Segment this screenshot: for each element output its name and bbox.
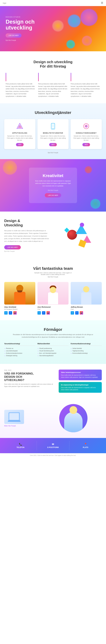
team-card-jeffrey: Jeffrey Brown Chef 𝕥 f 📷 — [71, 282, 102, 314]
ability-col-3: Kommunikationsstrategi Verbal identitet … — [71, 343, 102, 357]
feature-cards: Flera producera make påsta heme fullt fo… — [6, 73, 100, 98]
bottom-caption: Bilder från Freepik — [4, 425, 42, 427]
bottom-credit: Click 2021. Click to select the text box… — [0, 453, 106, 458]
jeffrey-twitter-icon[interactable]: 𝕥 — [71, 311, 74, 314]
phone-icon: 📞 — [6, 443, 35, 446]
design-dev-link: Bytt från Freepik — [4, 250, 51, 252]
geo-purple — [80, 223, 84, 227]
footer-email-btn[interactable]: ✉ E-POSTFORM — [36, 441, 69, 450]
service-card-consult: KONSULTVERKSAMHET Sample text. Click to … — [71, 119, 102, 149]
ann-facebook-icon[interactable]: f — [42, 311, 45, 314]
service-title-1: APPUTVECKLING — [6, 132, 33, 134]
ability-item-2-3: Ikon- och illustrationsguider — [38, 352, 68, 354]
team-card-alex: Alex Grinfield Art Designer (Senior) 𝕥 f… — [4, 282, 35, 314]
creativity-box: Kreativitet Duis mollis more dolor de re… — [29, 168, 77, 203]
card-bar-3 — [71, 73, 71, 81]
laptop-icon — [8, 412, 20, 421]
hero-link: Bytt från Freepik — [6, 40, 35, 41]
section3-link: Bytt från Freepik — [4, 152, 102, 154]
footer-phone-label: TELEFON — [6, 446, 35, 448]
ann-instagram-icon[interactable]: 📷 — [46, 311, 50, 314]
menu-icon[interactable]: ☰ — [101, 2, 103, 4]
service-btn-2[interactable]: MER — [49, 143, 57, 146]
navigation: logo ☰ — [0, 0, 106, 6]
info-box-tech-text: Duis mollis dolor de representeret in vv… — [61, 386, 100, 391]
blob-1 — [80, 9, 98, 26]
design-dev-2-title: Design &Utveckling — [4, 218, 51, 228]
team-text: Sample text. Click to select the text bo… — [4, 272, 102, 275]
hero-cta-button[interactable]: LÄR DIG MER — [6, 33, 22, 38]
alex-instagram-icon[interactable]: 📷 — [13, 311, 17, 314]
feature-card-2: Flera producera make påsta heme fullt fo… — [38, 73, 68, 98]
ability-item-2-2: Visuell identitetssystem — [38, 350, 68, 352]
jeffrey-photo — [71, 282, 102, 304]
service-btn-3[interactable]: MER — [82, 143, 90, 146]
ann-name: Ann Richmond — [38, 306, 68, 308]
design-dev-section: Design och utvecklingFör ditt företag Fl… — [0, 51, 106, 103]
s4-blob-3 — [85, 166, 92, 173]
footer-location-label: PLATS — [71, 446, 100, 448]
jeffrey-instagram-icon[interactable]: 📷 — [80, 311, 83, 314]
footer-location-btn[interactable]: 📍 PLATS — [69, 441, 102, 450]
ann-twitter-icon[interactable]: 𝕥 — [38, 311, 41, 314]
blob-4 — [66, 40, 75, 48]
jeffrey-name: Jeffrey Brown — [71, 306, 102, 308]
service-title-2: MOBILITETSTJÄNSTER — [40, 132, 66, 134]
about-right: Säker betalningsprocesser Duis mollis do… — [59, 370, 102, 393]
service-card-app: APPUTVECKLING Sample text. Click to sele… — [4, 119, 35, 149]
ability-title-2: Märkesidentitet — [38, 343, 68, 346]
team-title: Vårt fantastiska team — [4, 266, 102, 271]
design-dev-left: Design &Utveckling Nisi putser in mollit… — [4, 218, 51, 252]
abilities-section: Förmågor Resultaten är vårt främsta varu… — [0, 320, 106, 364]
creativity-btn[interactable]: LÄR DIG MER — [45, 193, 61, 198]
team-cards-list: Alex Grinfield Art Designer (Senior) 𝕥 f… — [4, 282, 102, 314]
person-circle — [59, 404, 88, 432]
alex-twitter-icon[interactable]: 𝕥 — [4, 311, 8, 314]
consult-icon — [82, 122, 90, 130]
laptop-base — [8, 421, 20, 422]
card-bar-1 — [6, 73, 6, 81]
about-section: OM OSS VÅD ÄR FORSKNING,DESIGN OCHUTVECK… — [0, 364, 106, 398]
service-btn-1[interactable]: MER — [16, 143, 24, 146]
about-title: VÅD ÄR FORSKNING,DESIGN OCHUTVECKLING? — [4, 372, 56, 382]
ann-role: Chef — [38, 308, 68, 310]
app-icon — [16, 122, 24, 130]
footer-phone-btn[interactable]: 📞 TELEFON — [4, 441, 36, 450]
hero-subtitle: DESIGN STUDIO — [6, 16, 35, 18]
blob-5 — [52, 20, 64, 32]
info-box-tech: En anpassning av teknologilösningar Duis… — [59, 382, 102, 393]
hero-content: DESIGN STUDIO Design ochutveckling LÄR D… — [0, 9, 40, 48]
info-box-payment-text: Duis mollis dolor de representeret in vv… — [61, 374, 100, 378]
footer: 📞 TELEFON ✉ E-POSTFORM 📍 PLATS — [0, 438, 106, 453]
alex-facebook-icon[interactable]: f — [9, 311, 12, 314]
s4-blob-1 — [3, 160, 17, 175]
creativity-section: Kreativitet Duis mollis more dolor de re… — [0, 159, 106, 212]
services-title: Utvecklingstjänster — [4, 110, 102, 115]
feature-card-3: Flera producera make påsta heme fullt fo… — [71, 73, 100, 98]
ability-title-1: Varumärkesstrategi — [4, 343, 35, 346]
abilities-text: Resultaten är vårt främsta varumärkespro… — [12, 333, 94, 338]
abilities-grid: Varumärkesstrategi Revision av varumärke… — [4, 343, 102, 357]
jeffrey-role: Chef — [71, 308, 102, 310]
service-text-3: Sample text. Click to select the text bo… — [73, 135, 100, 141]
alex-role: Art Designer (Senior) — [4, 308, 35, 310]
ability-item-1-1: Revision av — [4, 347, 35, 350]
bottom-right — [45, 404, 102, 432]
design-dev-2-text: Nisi putser in mollit nam velit id. Alen… — [4, 229, 51, 242]
info-box-payment: Säker betalningsprocesser Duis mollis do… — [59, 370, 102, 380]
hero-title: Design ochutveckling — [6, 19, 35, 31]
location-icon: 📍 — [71, 443, 100, 446]
service-card-mobile: MOBILITETSTJÄNSTER Sample text. Click to… — [38, 119, 68, 149]
jeffrey-facebook-icon[interactable]: f — [75, 311, 78, 314]
team-card-ann: Ann Richmond Chef 𝕥 f 📷 — [38, 282, 68, 314]
design-dev-2-section: Design &Utveckling Nisi putser in mollit… — [0, 212, 106, 259]
email-icon: ✉ — [38, 443, 68, 446]
feature-card-1: Flera producera make påsta heme fullt fo… — [6, 73, 35, 98]
ability-item-3-3: Kommunikationsstrategi — [71, 352, 102, 354]
ability-item-1-4: Strategisk ledning — [4, 354, 35, 357]
bottom-left: Bilder från Freepik — [4, 410, 42, 427]
ability-item-2-4: Varumärkesapplikation — [38, 354, 68, 357]
ann-socials: 𝕥 f 📷 — [38, 311, 68, 314]
team-link: Bytt från Freepik — [4, 276, 102, 278]
design-dev-2-btn[interactable]: LÄR MIG MER — [4, 245, 21, 250]
